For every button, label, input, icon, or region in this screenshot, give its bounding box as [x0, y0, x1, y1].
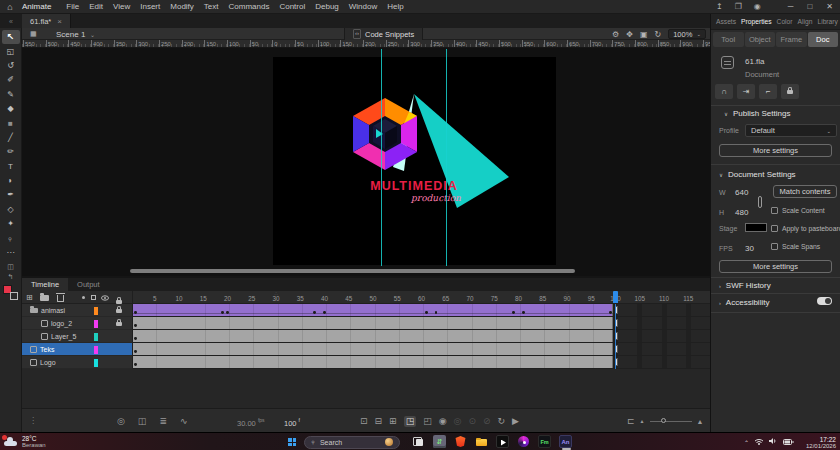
snap-keyframes-button[interactable]: ⊘ [483, 417, 491, 426]
zoom-in-frames-icon[interactable]: ▲ [697, 418, 704, 425]
subtab-tool[interactable]: Tool [713, 32, 744, 47]
workspace-icon[interactable]: ❐ [729, 2, 748, 11]
document-settings-header[interactable]: ∨ Document Settings [719, 170, 796, 179]
subtab-doc[interactable]: Doc [808, 32, 839, 47]
tab-output[interactable]: Output [68, 278, 109, 291]
accessibility-header[interactable]: › Accessibility [719, 298, 769, 307]
file-explorer-icon[interactable] [475, 435, 488, 448]
close-icon[interactable]: × [57, 17, 62, 26]
panel-tab-library[interactable]: Library [817, 18, 837, 25]
panel-grip-icon[interactable]: ⋮ [29, 416, 37, 425]
frame-row-3[interactable] [133, 343, 710, 356]
zoom-level-select[interactable]: 100% ⌄ [668, 29, 706, 39]
new-folder-button[interactable] [40, 295, 49, 301]
height-field[interactable]: 480 [735, 208, 748, 217]
slider-knob[interactable] [661, 418, 666, 423]
horizontal-scrollbar[interactable] [130, 269, 575, 273]
stroke-color-swatch[interactable] [10, 292, 18, 300]
snap-magnet-button[interactable]: ∩ [715, 84, 733, 99]
collapse-panels-icon[interactable]: « [0, 14, 22, 28]
remote-desktop-icon[interactable] [433, 435, 446, 448]
frame-row-2[interactable] [133, 330, 710, 343]
delete-layer-button[interactable] [57, 295, 64, 302]
start-button[interactable] [288, 438, 296, 446]
layer-color-swatch[interactable] [94, 346, 98, 354]
menu-item-view[interactable]: View [108, 2, 135, 11]
layer-color-swatch[interactable] [94, 359, 98, 367]
frames-grid[interactable] [133, 304, 710, 369]
stage[interactable]: MULTIMEDIA production [273, 57, 556, 265]
settings-icon[interactable]: ⚙ [612, 30, 619, 39]
code-snippets-button[interactable]: ‹› Code Snippets [344, 28, 423, 40]
checkbox-box[interactable] [771, 225, 778, 232]
menu-item-debug[interactable]: Debug [310, 2, 344, 11]
refresh-stage-icon[interactable]: ↻ [655, 30, 662, 39]
menu-item-control[interactable]: Control [274, 2, 310, 11]
auto-keyframe-button[interactable]: ◳ [404, 416, 417, 427]
fps-field[interactable]: 30 [745, 244, 754, 253]
pasteboard[interactable]: MULTIMEDIA production [22, 48, 710, 276]
wifi-icon[interactable] [754, 437, 764, 447]
layer-layer_5[interactable]: Layer_5 [22, 330, 133, 343]
more-tools[interactable]: ⋯ [2, 246, 20, 260]
fluid-brush-tool[interactable]: ✐ [2, 73, 20, 87]
lasso-tool[interactable]: ↺ [2, 59, 20, 73]
checkbox-scale-spans[interactable]: Scale Spans [771, 240, 840, 252]
close-button[interactable]: ✕ [819, 2, 840, 11]
timeline-zoom-slider[interactable] [650, 421, 692, 422]
clock[interactable]: 17:22 12/01/2026 [806, 436, 836, 450]
weather-widget[interactable]: 28°C Berawan [4, 435, 46, 450]
onion-skin-range-icon[interactable]: ◎ [117, 417, 125, 426]
home-icon[interactable]: ⌂ [0, 2, 20, 12]
rectangle-tool[interactable]: ■ [2, 116, 20, 130]
playhead-handle[interactable] [613, 291, 618, 304]
insert-keyframe-button[interactable]: ⊡ [360, 417, 368, 426]
task-view-icon[interactable] [412, 435, 425, 448]
tray-overflow-icon[interactable]: ⌃ [744, 439, 749, 446]
width-field[interactable]: 640 [735, 188, 748, 197]
zoom-tool[interactable]: ⌕ [2, 231, 20, 245]
guide-line[interactable] [446, 49, 447, 266]
selection-tool[interactable]: ↖ [2, 30, 20, 44]
menu-item-insert[interactable]: Insert [135, 2, 165, 11]
layer-color-swatch[interactable] [94, 320, 98, 328]
frame-row-0[interactable] [133, 304, 710, 317]
text-tool[interactable]: T [2, 160, 20, 174]
outline-column-icon[interactable] [91, 295, 96, 300]
record-icon[interactable]: ◉ [748, 2, 767, 11]
scene-label[interactable]: Scene 1 [56, 30, 85, 39]
onion-skin-button[interactable]: ◉ [439, 417, 447, 426]
graph-editor-icon[interactable]: ∿ [180, 417, 188, 426]
highlight-column-icon[interactable] [82, 296, 85, 299]
loop-button[interactable]: ↻ [497, 417, 505, 426]
rotation-tool-icon[interactable]: ✥ [626, 30, 633, 39]
search-highlight-icon[interactable] [385, 438, 393, 446]
panel-tab-properties[interactable]: Properties [741, 18, 771, 25]
new-layer-button[interactable]: ⊞ [26, 293, 33, 302]
menu-item-edit[interactable]: Edit [84, 2, 108, 11]
lock-icon[interactable] [116, 322, 122, 326]
checkbox-box[interactable] [771, 243, 778, 250]
panel-tab-assets[interactable]: Assets [716, 18, 736, 25]
search-input[interactable]: ⌕ Search [304, 436, 400, 449]
link-wh-icon[interactable] [758, 196, 762, 208]
swf-history-header[interactable]: › SWF History [719, 281, 771, 290]
layer-color-swatch[interactable] [94, 333, 98, 341]
onion-skin-outlines-button[interactable]: ◎ [454, 417, 462, 426]
corner-threshold-button[interactable]: ⌐ [759, 84, 777, 99]
frame-ruler[interactable]: 5101520253035404550556065707580859095100… [133, 291, 710, 304]
menu-item-text[interactable]: Text [199, 2, 224, 11]
stage-color-swatch[interactable] [745, 223, 767, 232]
frame-row-1[interactable] [133, 317, 710, 330]
frame-row-4[interactable] [133, 356, 710, 369]
edit-multiple-frames-button[interactable]: ⊙ [468, 417, 476, 426]
asset-warp-tool[interactable]: ✦ [2, 217, 20, 231]
chevron-down-icon[interactable]: ⌄ [90, 31, 95, 38]
subtab-object[interactable]: Object [745, 32, 776, 47]
insert-frame-button[interactable]: ⊞ [389, 417, 397, 426]
delete-frames-button[interactable]: ◰ [423, 417, 432, 426]
lock-guides-button[interactable] [781, 84, 799, 99]
checkbox-apply-to-pasteboard[interactable]: Apply to pasteboard [771, 222, 840, 234]
battery-icon[interactable] [783, 438, 794, 447]
clip-content-icon[interactable]: ▣ [640, 30, 648, 39]
